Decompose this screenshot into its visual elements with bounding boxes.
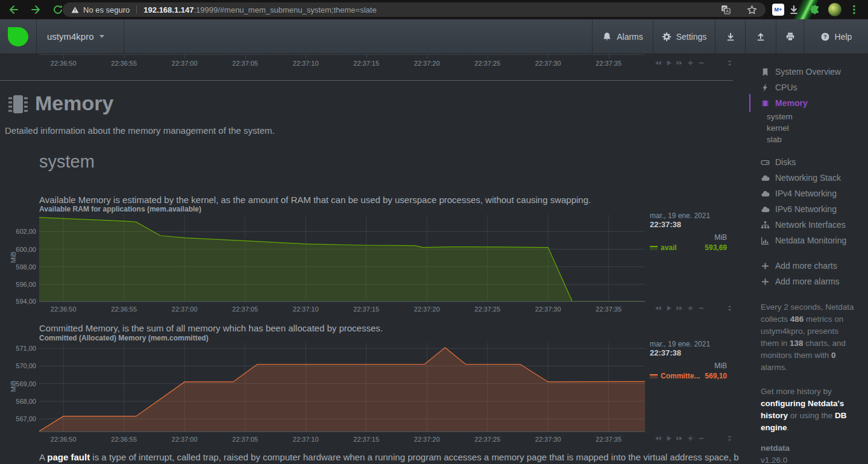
sidebar-item-networking-stack[interactable]: Networking Stack (747, 170, 868, 186)
resize-handle-icon[interactable] (726, 435, 733, 442)
netdata-brand-label[interactable]: netdata (761, 442, 868, 454)
resize-handle-icon[interactable] (726, 60, 733, 66)
rewind-icon[interactable] (655, 435, 661, 442)
bell-icon (602, 32, 612, 42)
zoom-in-icon[interactable] (687, 60, 694, 66)
legend-date: mar., 19 ene. 2021 (650, 212, 727, 220)
chevron-down-icon (99, 35, 104, 38)
download-icon[interactable] (788, 4, 799, 15)
y-tick-label: 602,00 (16, 228, 36, 235)
x-tick-label: 22:37:05 (232, 306, 258, 313)
kebab-menu-icon[interactable] (849, 4, 860, 15)
forward-icon[interactable] (30, 4, 42, 16)
translate-icon[interactable]: GA (721, 5, 731, 14)
settings-button[interactable]: Settings (653, 19, 715, 54)
netdata-logo-button[interactable] (0, 19, 37, 54)
text-segment: alarms. (761, 363, 787, 372)
hdd-icon (761, 158, 770, 167)
x-tick-label: 22:37:20 (414, 436, 440, 443)
sidebar-item-ipv4-networking[interactable]: IPv4 Networking (747, 186, 868, 201)
series-name: avail (661, 243, 677, 252)
upload-snapshot-button[interactable] (745, 19, 776, 54)
zoom-out-icon[interactable] (698, 305, 705, 312)
y-tick-label: 571,00 (16, 345, 36, 352)
x-tick-label: 22:37:00 (172, 436, 198, 443)
sidebar-brand: netdata v1.26.0 (747, 442, 868, 464)
x-tick-label: 22:37:15 (353, 436, 379, 443)
rewind-icon[interactable] (655, 305, 661, 312)
legend-series-row[interactable]: avail 593,69 (650, 243, 727, 252)
add-more-alarms-button[interactable]: Add more alarms (747, 274, 868, 289)
download-snapshot-button[interactable] (715, 19, 745, 54)
alarms-button[interactable]: Alarms (592, 19, 653, 54)
profile-avatar[interactable] (828, 3, 841, 16)
print-button[interactable] (776, 19, 804, 54)
axis-tick (124, 54, 125, 58)
text-segment: . (787, 423, 790, 432)
play-icon[interactable] (665, 60, 672, 66)
series-value: 569,10 (705, 372, 727, 380)
x-tick-label: 22:37:10 (293, 306, 319, 313)
x-tick-label: 22:37:10 (293, 60, 319, 67)
inline-link[interactable]: page fault (47, 452, 90, 462)
play-icon[interactable] (665, 435, 672, 442)
back-icon[interactable] (7, 4, 19, 16)
help-button[interactable]: ?Help (804, 19, 868, 54)
zoom-in-icon[interactable] (687, 435, 694, 442)
rewind-icon[interactable] (655, 60, 661, 66)
text-segment: A (39, 452, 47, 462)
sidebar-item-disks[interactable]: Disks (747, 154, 868, 170)
sidebar-item-netdata-monitoring[interactable]: Netdata Monitoring (747, 233, 868, 248)
committed-memory-chart-canvas[interactable] (39, 342, 645, 432)
text-segment: Get more history by (761, 387, 832, 396)
text-segment: 486 (790, 315, 804, 324)
cloud-icon (761, 205, 770, 214)
sidebar-item-system-overview[interactable]: System Overview (747, 64, 868, 80)
resize-handle-icon[interactable] (726, 305, 733, 312)
chart-toolbar (655, 304, 733, 312)
bookmark-star-icon[interactable] (747, 5, 757, 15)
security-label: No es seguro (83, 5, 130, 14)
legend-date: mar., 19 ene. 2021 (650, 340, 727, 348)
sidebar-subitem-system[interactable]: system (747, 111, 868, 122)
zoom-in-icon[interactable] (687, 305, 694, 312)
fast-forward-icon[interactable] (676, 60, 683, 66)
fast-forward-icon[interactable] (676, 435, 683, 442)
sidebar-item-label: CPUs (775, 83, 797, 92)
legend-time: 22:37:38 (650, 220, 727, 230)
sidebar-item-cpus[interactable]: CPUs (747, 80, 868, 95)
x-tick-label: 22:37:20 (414, 306, 440, 313)
available-ram-chart-canvas[interactable] (39, 215, 645, 302)
chart-legend: mar., 19 ene. 2021 22:37:38 MiB avail 59… (650, 212, 727, 252)
play-icon[interactable] (665, 305, 672, 312)
zoom-out-icon[interactable] (698, 60, 705, 66)
page-subtitle: Detailed information about the memory ma… (5, 125, 275, 136)
url-omnibox[interactable]: No es seguro 192.168.1.147:19999/#menu_m… (63, 2, 766, 17)
puzzle-extensions-icon[interactable] (810, 4, 820, 15)
sidebar-subitem-kernel[interactable]: kernel (747, 122, 868, 134)
x-tick-label: 22:37:10 (293, 436, 319, 443)
m-plus-extension-icon[interactable]: M+ (772, 4, 784, 16)
legend-unit: MiB (650, 233, 727, 242)
legend-time: 22:37:38 (650, 348, 727, 358)
security-chip[interactable]: No es seguro (71, 5, 130, 14)
reload-icon[interactable] (52, 4, 64, 16)
zoom-out-icon[interactable] (698, 435, 705, 442)
y-tick-label: 568,00 (16, 398, 36, 405)
y-tick-label: 600,00 (16, 246, 36, 253)
url-text: 192.168.1.147:19999/#menu_mem_submenu_sy… (143, 5, 376, 14)
hostname-dropdown[interactable]: ustym4kpro (37, 19, 124, 54)
help-icon: ? (820, 32, 830, 42)
sidebar-item-memory[interactable]: Memory (747, 95, 868, 111)
sidebar-item-network-interfaces[interactable]: Network Interfaces (747, 217, 868, 233)
add-more-charts-button[interactable]: Add more charts (747, 258, 868, 274)
sidebar-item-ipv6-networking[interactable]: IPv6 Networking (747, 201, 868, 217)
x-axis: 22:36:5022:36:5522:37:0022:37:0522:37:10… (39, 436, 645, 444)
text-segment: is a type of interrupt, called trap, rai… (90, 452, 738, 462)
legend-series-row[interactable]: Committe... 569,10 (650, 372, 727, 380)
warning-icon (71, 6, 79, 14)
fast-forward-icon[interactable] (676, 305, 683, 312)
sidebar-history-text: Get more history by configuring Netdata'… (747, 386, 868, 434)
sidebar-spacer (747, 145, 868, 154)
sidebar-subitem-slab[interactable]: slab (747, 134, 868, 145)
